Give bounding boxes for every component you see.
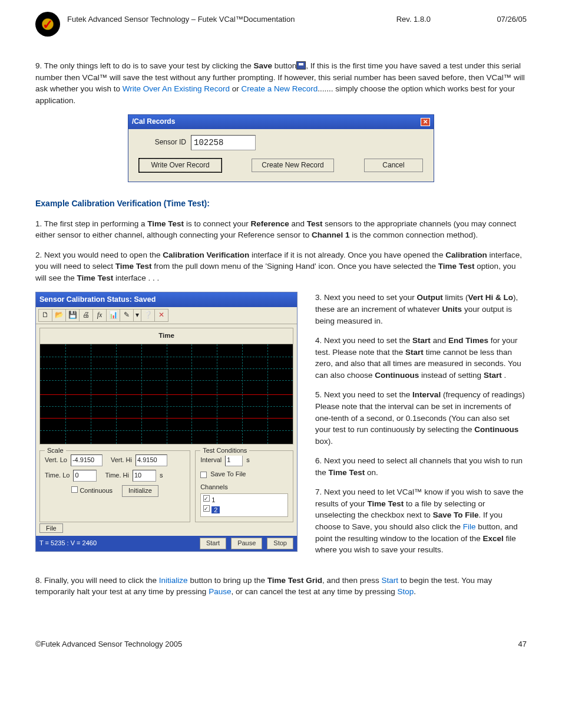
new-icon[interactable]: 🗋 [38, 309, 52, 322]
create-new-record-button[interactable]: Create New Record [252, 159, 334, 172]
dialog-titlebar: /Cal Records ✕ [128, 115, 434, 129]
doc-revision: Rev. 1.8.0 [396, 14, 431, 25]
doc-title: Futek Advanced Sensor Technology – Futek… [67, 14, 295, 25]
channel-1-label: 1 [211, 496, 215, 503]
text: 3. Next you need to set your [315, 293, 417, 302]
bold: Continuous [474, 425, 518, 434]
text: , or can cancel the test at any time by … [231, 587, 397, 596]
text: button to bring up the [188, 576, 267, 585]
text: is the common connection method). [350, 230, 478, 239]
step-7-text: 7. Next you need to let VCal™ know if yo… [315, 486, 527, 555]
time-hi-label: Time. Hi [105, 471, 129, 480]
bold: Excel [482, 534, 503, 543]
cond-legend: Test Conditions [200, 446, 249, 456]
status-readout: T = 5235 : V = 2460 [39, 539, 97, 548]
test-conditions-group: Test Conditions Interval 1 s Save To Fil… [195, 450, 293, 522]
doc-header: Futek Advanced Sensor Technology – Futek… [35, 12, 527, 37]
text: on. [365, 468, 378, 477]
cancel-button[interactable]: Cancel [364, 159, 423, 172]
calwin-toolbar: 🗋 📂 💾 🖨 fx 📊 ✎ ▾ ❔ ✕ [36, 307, 297, 324]
bold: Reference [250, 219, 289, 228]
page-number: 47 [518, 639, 527, 650]
cal-records-dialog: /Cal Records ✕ Sensor ID 102258 Write Ov… [128, 114, 434, 182]
save-to-file-checkbox[interactable] [200, 472, 207, 478]
bold: Time Test [329, 468, 365, 477]
sensor-calibration-window: Sensor Calibration Status: Saved 🗋 📂 💾 🖨… [35, 292, 297, 551]
bold: Test [307, 219, 323, 228]
text: 8. Finally, you will need to click the [35, 576, 159, 585]
scale-legend: Scale [45, 446, 66, 456]
scale-group: Scale Vert. Lo -4.9150 Vert. Hi 4.9150 T… [39, 450, 190, 522]
text: from the pull down menu of the 'Signing … [152, 262, 438, 271]
calwin-title: Sensor Calibration Status: Saved [39, 294, 156, 305]
channels-list[interactable]: 1 2 [200, 493, 288, 517]
step-1-text: 1. The first step in performing a Time T… [35, 218, 527, 241]
start-link[interactable]: Start [382, 576, 399, 585]
bold: Time Test [147, 219, 184, 228]
interval-label: Interval [200, 456, 222, 465]
calwin-titlebar: Sensor Calibration Status: Saved [36, 292, 297, 307]
bold: Start [484, 371, 502, 380]
pause-button[interactable]: Pause [231, 538, 262, 549]
vert-lo-input[interactable]: -4.9150 [71, 454, 103, 466]
create-new-link[interactable]: Create a New Record [241, 84, 318, 93]
step-6-text: 6. Next you need to select all channels … [315, 455, 527, 478]
text: . [414, 587, 416, 596]
pause-link[interactable]: Pause [209, 587, 231, 596]
vcal-logo-icon [35, 12, 60, 37]
channel-2-label: 2 [211, 506, 220, 513]
sensor-id-input[interactable]: 102258 [191, 135, 256, 150]
interval-input[interactable]: 1 [225, 454, 243, 466]
page-footer: ©Futek Advanced Sensor Technology 2005 4… [35, 639, 527, 650]
open-icon[interactable]: 📂 [52, 309, 66, 322]
text: or [230, 84, 242, 93]
fx-icon[interactable]: fx [92, 309, 107, 322]
vert-hi-input[interactable]: 4.9150 [135, 454, 167, 466]
bold: Time Test [115, 262, 152, 271]
bold: Time Test [368, 499, 404, 508]
stop-button[interactable]: Stop [267, 538, 293, 549]
help-icon[interactable]: ❔ [141, 309, 155, 322]
time-hi-input[interactable]: 10 [133, 470, 156, 482]
time-lo-input[interactable]: 0 [73, 470, 97, 482]
text: instead of setting [419, 371, 484, 380]
file-link[interactable]: File [463, 522, 476, 531]
close-tool-icon[interactable]: ✕ [154, 309, 168, 322]
bold: Save To File [433, 510, 479, 519]
close-icon[interactable]: ✕ [421, 118, 430, 126]
start-button[interactable]: Start [200, 538, 226, 549]
write-over-link[interactable]: Write Over An Existing Record [123, 84, 230, 93]
print-icon[interactable]: 🖨 [79, 309, 93, 322]
write-over-record-button[interactable]: Write Over Record [139, 159, 222, 172]
stop-link[interactable]: Stop [398, 587, 414, 596]
step-4-text: 4. Next you need to set the Start and En… [315, 335, 527, 381]
channel-1-checkbox[interactable] [203, 495, 210, 502]
status-strip: T = 5235 : V = 2460 Start Pause Stop [36, 536, 297, 551]
bold: End Times [448, 336, 488, 345]
bold: Calibration [445, 251, 487, 259]
bold: Start [405, 348, 424, 357]
signing-hand-icon[interactable]: ✎ [120, 309, 134, 322]
save-icon[interactable]: 💾 [65, 309, 80, 322]
save-icon [296, 61, 306, 70]
section-heading: Example Calibration Verification (Time T… [35, 197, 527, 209]
bold: Continuous [375, 371, 419, 380]
bold: Output [417, 293, 443, 302]
text: 1. The first step in performing a [35, 219, 147, 228]
initialize-link[interactable]: Initialize [159, 576, 188, 585]
dropdown-icon[interactable]: ▾ [133, 309, 141, 322]
channel-2-checkbox[interactable] [203, 505, 210, 512]
initialize-button[interactable]: Initialize [122, 485, 158, 497]
copyright: ©Futek Advanced Sensor Technology 2005 [35, 639, 182, 650]
bold: Calibration Verification [163, 251, 249, 259]
text: box). [315, 437, 333, 446]
text: 9. The only things left to do is to save… [35, 61, 253, 70]
sensor-id-label: Sensor ID [139, 137, 186, 147]
step-5-text: 5. Next you need to set the Interval (fr… [315, 389, 527, 447]
doc-date: 07/26/05 [497, 14, 527, 25]
continuous-checkbox[interactable] [71, 486, 78, 493]
chart-icon[interactable]: 📊 [106, 309, 120, 322]
file-button[interactable]: File [39, 523, 63, 533]
continuous-label: Continuous [80, 487, 113, 494]
bold: Channel 1 [312, 230, 350, 239]
